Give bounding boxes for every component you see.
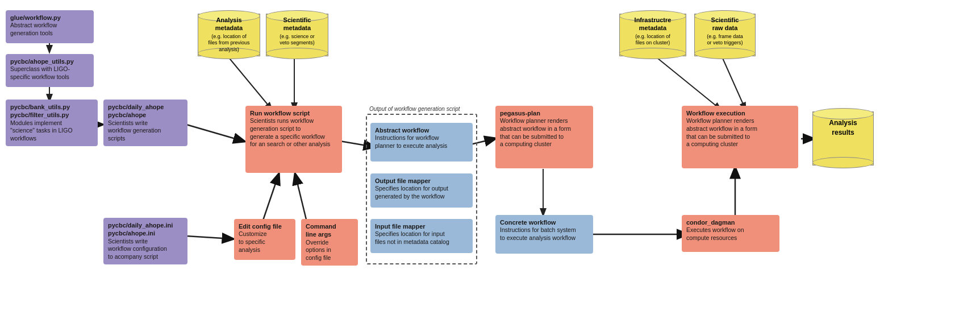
run-workflow-script-box: Run workflow script Scientists runs work… [245, 106, 342, 173]
pegasus-plan-body: Workflow planner rendersabstract workflo… [500, 117, 589, 148]
pycbc-ini-body: Scientists writeworkflow configurationto… [108, 238, 183, 261]
scientific-metadata-title: Scientificmetadata [283, 16, 311, 31]
analysis-results-title: Analysisresults [829, 119, 857, 136]
svg-line-3 [186, 125, 243, 141]
pycbc-bank-utils-body: Modules implement"science" tasks in LIGO… [10, 119, 93, 143]
pycbc-bank-utils-box: pycbc/bank_utils.pypycbc/filter_utils.py… [6, 100, 98, 146]
input-file-mapper-box: Input file mapper Specifies location for… [370, 219, 473, 253]
output-file-mapper-body: Specifies location for outputgenerated b… [375, 185, 468, 200]
analysis-results-cylinder: Analysisresults [812, 106, 874, 168]
pegasus-plan-title: pegasus-plan [500, 109, 589, 117]
run-workflow-script-body: Scientists runs workflowgeneration scrip… [250, 117, 337, 148]
pycbc-ini-box: pycbc/daily_ahope.inipycbc/ahope.ini Sci… [103, 218, 187, 264]
pycbc-bank-utils-title: pycbc/bank_utils.pypycbc/filter_utils.py [10, 103, 93, 119]
concrete-workflow-body: Instructions for batch systemto execute … [500, 226, 589, 242]
condor-dagman-body: Executes workflow oncompute resources [686, 226, 775, 242]
svg-line-14 [654, 56, 720, 109]
input-file-mapper-title: Input file mapper [375, 222, 468, 230]
output-file-mapper-title: Output file mapper [375, 177, 468, 185]
analysis-metadata-title: Analysismetadata [215, 16, 243, 31]
edit-config-box: Edit config file Customizeto specificana… [234, 219, 295, 260]
infrastructure-metadata-title: Infrastructremetadata [635, 16, 672, 31]
command-line-args-body: Overrideoptions inconfig file [306, 239, 353, 262]
command-line-args-box: Commandline args Overrideoptions inconfi… [301, 219, 358, 266]
workflow-execution-body: Workflow planner rendersabstract workflo… [686, 117, 794, 148]
edit-config-title: Edit config file [239, 222, 291, 230]
output-file-mapper-box: Output file mapper Specifies location fo… [370, 173, 473, 208]
pycbc-daily-ahope-title: pycbc/daily_ahopepycbc/ahope [108, 103, 183, 119]
svg-line-15 [722, 56, 745, 109]
scientific-raw-data-subtitle: (e.g. frame dataor veto triggers) [694, 34, 756, 47]
scientific-raw-data-title: Scientificraw data [711, 16, 739, 31]
abstract-workflow-title: Abstract workflow [375, 126, 468, 134]
workflow-diagram: glue/workflow.py Abstract workflowgenera… [0, 0, 980, 327]
workflow-execution-title: Workflow execution [686, 109, 794, 117]
svg-line-7 [262, 175, 278, 222]
command-line-args-title: Commandline args [306, 222, 353, 239]
glue-workflow-box: glue/workflow.py Abstract workflowgenera… [6, 10, 94, 43]
abstract-workflow-box: Abstract workflow Instructions for workf… [370, 123, 473, 162]
concrete-workflow-box: Concrete workflow Instructions for batch… [495, 215, 593, 254]
svg-line-8 [295, 175, 307, 222]
condor-dagman-title: condor_dagman [686, 218, 775, 226]
pycbc-ini-title: pycbc/daily_ahope.inipycbc/ahope.ini [108, 221, 183, 238]
pycbc-ahope-utils-title: pycbc/ahope_utils.py [10, 57, 89, 65]
glue-workflow-body: Abstract workflowgeneration tools [10, 22, 89, 37]
pycbc-daily-ahope-box: pycbc/daily_ahopepycbc/ahope Scientists … [103, 100, 187, 146]
run-workflow-script-title: Run workflow script [250, 109, 337, 117]
input-file-mapper-body: Specifies location for inputfiles not in… [375, 230, 468, 246]
abstract-workflow-body: Instructions for workflowplanner to exec… [375, 134, 468, 150]
svg-line-9 [186, 236, 232, 239]
concrete-workflow-title: Concrete workflow [500, 218, 589, 226]
dashed-box-label: Output of workflow generation script [369, 106, 460, 112]
scientific-metadata-subtitle: (e.g. science orveto segments) [266, 34, 328, 47]
condor-dagman-box: condor_dagman Executes workflow oncomput… [682, 215, 779, 252]
pegasus-plan-box: pegasus-plan Workflow planner rendersabs… [495, 106, 593, 168]
svg-line-4 [227, 56, 272, 109]
analysis-metadata-cylinder: Analysismetadata (e.g. location offiles … [198, 8, 260, 59]
infrastructure-metadata-cylinder: Infrastructremetadata (e.g. location off… [619, 8, 686, 59]
pycbc-ahope-utils-body: Superclass with LIGO-specific workflow t… [10, 65, 89, 81]
glue-workflow-title: glue/workflow.py [10, 14, 89, 22]
scientific-metadata-cylinder: Scientificmetadata (e.g. science orveto … [266, 8, 328, 59]
analysis-metadata-subtitle: (e.g. location offiles from previousanal… [198, 34, 260, 53]
scientific-raw-data-cylinder: Scientificraw data (e.g. frame dataor ve… [694, 8, 756, 59]
pycbc-daily-ahope-body: Scientists writeworkflow generationscrip… [108, 119, 183, 143]
infrastructure-metadata-subtitle: (e.g. location offiles on cluster) [619, 34, 686, 47]
edit-config-body: Customizeto specificanalysis [239, 230, 291, 254]
workflow-execution-box: Workflow execution Workflow planner rend… [682, 106, 798, 168]
pycbc-ahope-utils-box: pycbc/ahope_utils.py Superclass with LIG… [6, 54, 94, 87]
